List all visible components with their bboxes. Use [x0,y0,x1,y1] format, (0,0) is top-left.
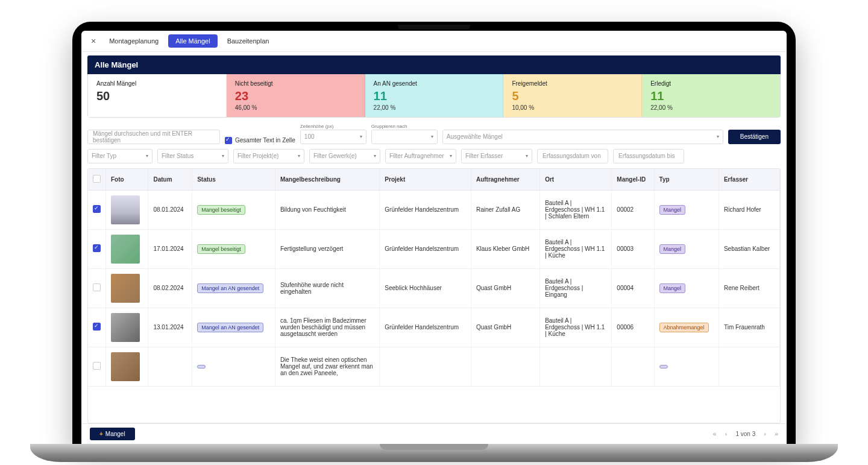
page-next-button[interactable]: › [764,430,766,437]
cell-status: Mangel beseitigt [192,229,275,268]
cell-id: 00003 [612,229,654,268]
col-ort[interactable]: Ort [540,169,612,191]
cell-project: Grünfelder Handelszentrum [380,190,471,229]
checkbox-icon [225,137,232,144]
stat-anzahl: Anzahl Mängel 50 [88,74,227,117]
cell-type: Mangel [654,190,719,229]
table-row[interactable]: 08.01.2024 Mangel beseitigt Bildung von … [88,190,780,229]
chevron-down-icon: ▾ [526,153,528,159]
row-checkbox[interactable] [93,283,101,291]
row-checkbox[interactable] [93,244,101,252]
col-beschreibung[interactable]: Mangelbeschreibung [275,169,379,191]
stat-pct: 22,00 % [650,104,772,111]
page-title: Alle Mängel [87,55,781,74]
col-auftragnehmer[interactable]: Auftragnehmer [471,169,539,191]
col-typ[interactable]: Typ [654,169,719,191]
footer-bar: + Mangel « ‹ 1 von 3 › » [81,423,787,444]
search-input[interactable]: Mängel durchsuchen und mit ENTER bestäti… [87,130,220,144]
cell-date [148,347,192,386]
tab-alle-maengel[interactable]: Alle Mängel [168,34,217,48]
stat-label: An AN gesendet [374,80,495,87]
cell-status: Mangel beseitigt [192,190,275,229]
filter-erfasser-select[interactable]: Filter Erfasser▾ [461,149,532,163]
row-height-label: Zeilenhöhe (px) [300,124,366,129]
cell-location: Bauteil A | Erdgeschoss | Eingang [540,268,612,308]
stat-label: Freigemeldet [512,80,633,87]
pagination: « ‹ 1 von 3 › » [713,430,778,437]
stat-label: Anzahl Mängel [96,80,218,87]
stats-row: Anzahl Mängel 50 Nicht beseitigt 23 46,0… [87,74,781,118]
defect-thumbnail[interactable] [111,274,140,303]
cell-type: Abnahmemangel [654,308,719,347]
col-foto[interactable]: Foto [106,169,148,191]
table-row[interactable]: 08.02.2024 Mangel an AN gesendet Stufenh… [88,268,780,308]
cell-contractor [471,347,539,386]
page-last-button[interactable]: » [775,430,778,437]
cell-desc: Stufenhöhe wurde nicht eingehalten [275,268,379,308]
chevron-down-icon: ▾ [360,134,362,139]
type-badge: Mangel [659,283,686,293]
row-checkbox[interactable] [93,205,101,213]
laptop-base [30,444,838,462]
cell-erfasser: Sebastian Kalber [719,229,779,268]
filter-auftragnehmer-select[interactable]: Filter Auftragnehmer▾ [385,149,456,163]
stat-label: Nicht beseitigt [235,80,356,87]
defect-thumbnail[interactable] [111,352,140,381]
defect-thumbnail[interactable] [111,313,140,342]
stat-pct: 10,00 % [512,104,633,111]
date-from-input[interactable]: Erfassungsdatum von [537,149,608,163]
page-first-button[interactable]: « [713,430,717,437]
chevron-down-icon: ▾ [146,153,148,159]
date-to-input[interactable]: Erfassungsdatum bis [613,149,684,163]
confirm-button[interactable]: Bestätigen [728,130,781,144]
chevron-down-icon: ▾ [717,134,719,139]
status-badge: Mangel an AN gesendet [197,283,263,293]
table-row[interactable]: 13.01.2024 Mangel an AN gesendet ca. 1qm… [88,308,780,347]
cell-date: 13.01.2024 [148,308,192,347]
filter-type-select[interactable]: Filter Typ▾ [87,149,153,163]
cell-contractor: Quast GmbH [471,308,539,347]
tab-bauzeitenplan[interactable]: Bauzeitenplan [220,34,277,48]
fulltext-checkbox[interactable]: Gesamter Text in Zelle [225,137,295,144]
stat-erledigt: Erledigt 11 22,00 % [642,74,780,117]
select-all-checkbox[interactable] [93,175,101,183]
table-header-row: Foto Datum Status Mangelbeschreibung Pro… [88,169,780,191]
page-text: 1 von 3 [735,431,755,437]
col-datum[interactable]: Datum [148,169,192,191]
col-projekt[interactable]: Projekt [380,169,471,191]
tab-montageplanung[interactable]: Montageplanung [102,34,166,48]
filter-status-select[interactable]: Filter Status▾ [157,149,228,163]
cell-erfasser: Tim Frauenrath [719,308,779,347]
col-erfasser[interactable]: Erfasser [719,169,779,191]
cell-id [612,347,654,386]
cell-location: Bauteil A | Erdgeschoss | WH 1.1 | Küche [540,308,612,347]
page-prev-button[interactable]: ‹ [725,430,728,437]
cell-date: 08.02.2024 [148,268,192,308]
cell-project [380,347,471,386]
cell-type: Mangel [654,229,719,268]
group-by-label: Gruppieren nach [371,124,438,129]
row-checkbox[interactable] [93,323,101,331]
row-checkbox[interactable] [93,362,101,370]
col-status[interactable]: Status [192,169,275,191]
cell-id: 00004 [612,268,654,308]
selected-defects-select[interactable]: Ausgewählte Mängel ▾ [442,130,723,144]
top-tabs: × Montageplanung Alle Mängel Bauzeitenpl… [81,31,787,52]
table-row[interactable]: 17.01.2024 Mangel beseitigt Fertigstellu… [88,229,780,268]
type-badge [659,365,668,369]
table-row[interactable]: Die Theke weist einen optischen Mangel a… [88,347,780,386]
col-mangel-id[interactable]: Mangel-ID [612,169,654,191]
plus-icon: + [99,431,103,437]
defect-thumbnail[interactable] [111,195,140,224]
stat-pct: 46,00 % [235,104,356,111]
chevron-down-icon: ▾ [222,153,224,159]
filter-gewerk-select[interactable]: Filter Gewerk(e)▾ [309,149,380,163]
cell-desc: Bildung von Feuchtigkeit [275,190,379,229]
group-by-select[interactable]: ▾ [371,130,438,144]
cell-desc: Fertigstellung verzögert [275,229,379,268]
row-height-select[interactable]: 100 ▾ [300,130,366,144]
filter-project-select[interactable]: Filter Projekt(e)▾ [233,149,304,163]
close-icon[interactable]: × [87,35,99,47]
defect-thumbnail[interactable] [111,235,140,264]
add-mangel-button[interactable]: + Mangel [90,428,135,440]
